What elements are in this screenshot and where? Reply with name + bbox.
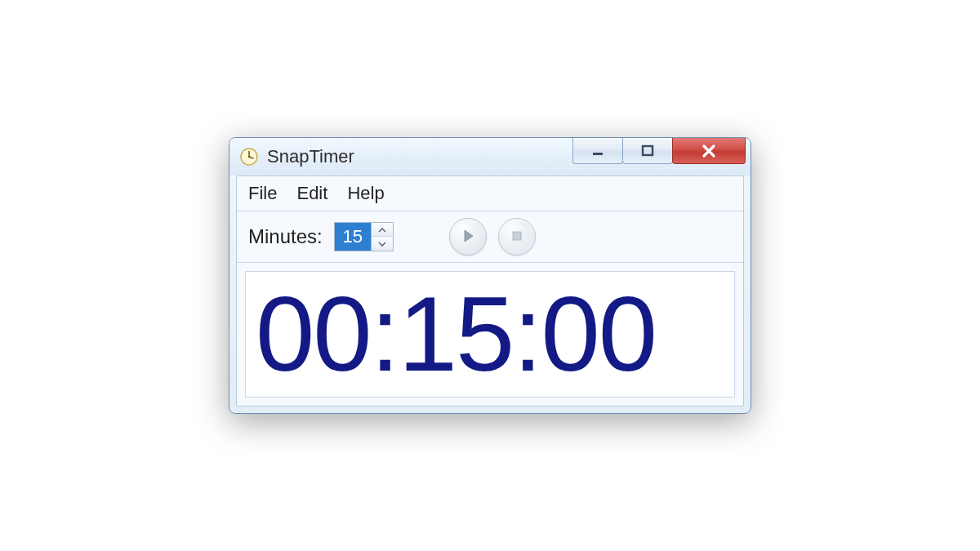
stop-button[interactable] (498, 218, 536, 256)
menu-edit[interactable]: Edit (296, 183, 327, 204)
timer-display: 00:15:00 (245, 271, 735, 398)
menubar: File Edit Help (237, 176, 743, 211)
clock-icon (239, 147, 259, 167)
window-controls (573, 138, 746, 164)
chevron-up-icon (378, 224, 386, 236)
spinner-up-button[interactable] (372, 223, 393, 237)
minutes-spinner (334, 222, 394, 251)
play-button[interactable] (449, 218, 487, 256)
svg-rect-6 (513, 232, 521, 240)
toolbar: Minutes: (237, 211, 743, 263)
titlebar[interactable]: SnapTimer (229, 138, 751, 176)
svg-rect-4 (593, 153, 603, 155)
minimize-icon (590, 144, 605, 158)
close-icon (701, 143, 717, 159)
spinner-buttons (371, 223, 393, 251)
close-button[interactable] (672, 138, 746, 164)
spinner-down-button[interactable] (372, 237, 393, 251)
window-title: SnapTimer (267, 146, 354, 167)
minimize-button[interactable] (572, 138, 623, 164)
menu-help[interactable]: Help (347, 183, 384, 204)
timer-value: 00:15:00 (256, 278, 724, 390)
client-area: File Edit Help Minutes: (236, 176, 744, 407)
minutes-label: Minutes: (248, 225, 323, 248)
stop-icon (510, 229, 523, 245)
chevron-down-icon (378, 238, 386, 250)
svg-rect-5 (643, 146, 653, 155)
svg-point-3 (248, 156, 251, 158)
maximize-icon (640, 144, 655, 158)
maximize-button[interactable] (622, 138, 673, 164)
play-icon (461, 229, 475, 246)
menu-file[interactable]: File (248, 183, 277, 204)
minutes-input[interactable] (335, 223, 371, 251)
app-window: SnapTimer File (229, 137, 751, 414)
